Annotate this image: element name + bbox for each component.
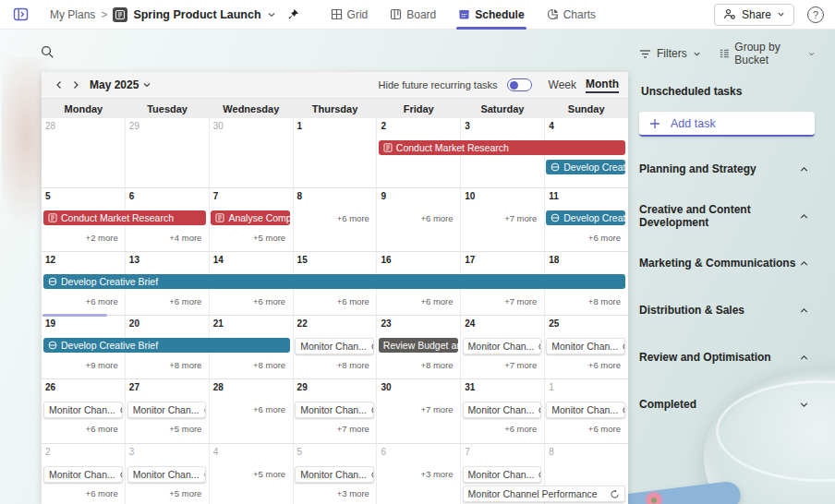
more-tasks-link[interactable]: +6 more — [42, 424, 126, 434]
month-chevron-down-icon[interactable] — [142, 80, 151, 90]
task-card[interactable]: Monitor Chan... — [463, 402, 542, 418]
more-tasks-link[interactable]: +6 more — [42, 488, 126, 498]
chevron-up-icon[interactable] — [799, 258, 809, 269]
share-button[interactable]: Share — [714, 4, 794, 26]
task-card[interactable]: Monitor Chan... — [463, 466, 542, 483]
cell-date: 9 — [381, 191, 386, 201]
tab-charts[interactable]: Charts — [539, 0, 603, 30]
bucket-header-distribution-sales[interactable]: Distribution & Sales — [639, 301, 815, 319]
more-tasks-link[interactable]: +8 more — [293, 360, 377, 370]
calendar-cell[interactable]: 30 — [210, 118, 294, 187]
task-card[interactable]: Monitor Chan... — [295, 466, 374, 483]
calendar-cell[interactable]: 28 — [42, 118, 126, 187]
more-tasks-link[interactable]: +6 more — [293, 213, 377, 223]
task-bar[interactable]: Develop Creative Brief — [43, 274, 625, 289]
search-icon[interactable] — [41, 45, 57, 62]
more-tasks-link[interactable]: +3 more — [293, 488, 377, 498]
plan-chevron-down-icon[interactable] — [267, 10, 276, 19]
previous-month-button[interactable] — [51, 77, 67, 93]
more-tasks-link[interactable]: +6 more — [377, 213, 461, 223]
task-card[interactable]: Monitor Chan... — [295, 402, 374, 418]
notebook-icon — [383, 143, 393, 152]
add-task-button[interactable]: Add task — [639, 112, 815, 137]
calendar-cell[interactable]: 29 — [126, 118, 210, 187]
tab-board[interactable]: Board — [382, 0, 443, 30]
more-tasks-link[interactable]: +8 more — [209, 360, 293, 370]
task-bar[interactable]: Develop Creative Brief — [43, 338, 290, 353]
filters-button[interactable]: Filters — [639, 47, 701, 60]
group-by-button[interactable]: Group by Bucket — [720, 41, 815, 66]
more-tasks-link[interactable]: +9 more — [42, 360, 126, 370]
hide-recurring-toggle[interactable] — [507, 78, 532, 91]
more-tasks-link[interactable]: +7 more — [293, 424, 377, 434]
chevron-up-icon[interactable] — [799, 164, 809, 174]
nav-toggle-icon[interactable] — [11, 6, 30, 24]
chevron-down-icon[interactable] — [799, 400, 809, 410]
task-bar[interactable]: Analyse Compe... — [211, 210, 290, 225]
recurring-icon — [538, 342, 541, 352]
help-button[interactable]: ? — [807, 6, 824, 23]
more-tasks-link[interactable]: +6 more — [544, 424, 628, 434]
task-bar[interactable]: Develop Creati... — [546, 210, 625, 225]
bucket-header-planning-and-strategy[interactable]: Planning and Strategy — [639, 160, 815, 178]
chevron-up-icon[interactable] — [799, 353, 809, 363]
more-tasks-link[interactable]: +6 more — [209, 404, 293, 414]
task-bar[interactable]: Conduct Market Research — [379, 140, 625, 155]
task-card[interactable]: Monitor Chan... — [295, 338, 374, 354]
task-bar[interactable]: Develop Creati... — [546, 160, 625, 174]
bucket-header-completed[interactable]: Completed — [639, 395, 815, 414]
task-card[interactable]: Monitor Chan... — [546, 402, 625, 418]
more-tasks-link[interactable]: +6 more — [126, 296, 210, 306]
more-tasks-link[interactable]: +7 more — [377, 404, 461, 414]
task-bar[interactable]: Conduct Market Research — [43, 210, 206, 225]
more-tasks-link[interactable]: +6 more — [293, 296, 377, 306]
next-month-button[interactable] — [67, 77, 84, 93]
more-tasks-link[interactable]: +3 more — [377, 469, 461, 479]
more-tasks-link[interactable]: +5 more — [209, 233, 293, 243]
board-icon — [390, 8, 402, 20]
breadcrumb-my-plans[interactable]: My Plans — [50, 8, 95, 21]
more-tasks-link[interactable]: +6 more — [461, 424, 545, 434]
page-title[interactable]: Spring Product Launch — [133, 8, 260, 21]
month-view-button[interactable]: Month — [586, 78, 619, 93]
task-card[interactable]: Monitor Chan... — [463, 338, 542, 354]
more-tasks-link[interactable]: +8 more — [377, 360, 461, 370]
calendar-cell[interactable]: 1 — [294, 118, 378, 187]
tab-schedule[interactable]: Schedule — [451, 0, 531, 30]
bucket-header-marketing-communications[interactable]: Marketing & Communications — [639, 254, 815, 272]
task-label: Monitor Chan... — [49, 404, 115, 415]
more-tasks-link[interactable]: +4 more — [126, 233, 210, 243]
more-tasks-link[interactable]: +7 more — [461, 213, 545, 223]
bucket-label: Completed — [639, 398, 696, 411]
cell-date: 18 — [549, 255, 559, 265]
more-tasks-link[interactable]: +6 more — [42, 296, 126, 306]
more-tasks-link[interactable]: +8 more — [126, 360, 210, 370]
more-tasks-link[interactable]: +6 more — [209, 296, 293, 306]
more-tasks-link[interactable]: +2 more — [42, 233, 126, 243]
more-tasks-link[interactable]: +7 more — [461, 360, 545, 370]
bucket-header-review-and-optimisation[interactable]: Review and Optimisation — [639, 348, 815, 366]
more-tasks-link[interactable]: +5 more — [126, 424, 210, 434]
tab-grid[interactable]: Grid — [323, 0, 376, 30]
pin-icon[interactable] — [287, 8, 299, 20]
week-view-button[interactable]: Week — [549, 78, 576, 91]
task-card[interactable]: Monitor Channel Performance — [463, 486, 625, 502]
more-tasks-link[interactable]: +6 more — [544, 233, 628, 243]
task-card[interactable]: Monitor Chan... — [43, 466, 123, 483]
task-card[interactable]: Monitor Chan... — [127, 402, 207, 418]
more-tasks-link[interactable]: +5 more — [209, 469, 293, 479]
task-card[interactable]: Monitor Chan... — [546, 338, 625, 354]
more-tasks-link[interactable]: +6 more — [377, 296, 461, 306]
bucket-header-creative-and-content-development[interactable]: Creative and Content Development — [639, 207, 815, 225]
chevron-up-icon[interactable] — [799, 211, 809, 222]
cell-date: 29 — [297, 382, 308, 392]
task-card[interactable]: Monitor Chan... — [43, 402, 123, 418]
task-card[interactable]: Monitor Chan... — [127, 466, 207, 483]
more-tasks-link[interactable]: +8 more — [544, 296, 628, 306]
more-tasks-link[interactable]: +5 more — [126, 488, 210, 498]
more-tasks-link[interactable]: +7 more — [461, 296, 545, 306]
more-tasks-link[interactable]: +6 more — [544, 360, 628, 370]
task-bar[interactable]: Review Budget an... — [379, 338, 458, 353]
chevron-up-icon[interactable] — [799, 306, 809, 316]
month-label[interactable]: May 2025 — [90, 78, 139, 91]
